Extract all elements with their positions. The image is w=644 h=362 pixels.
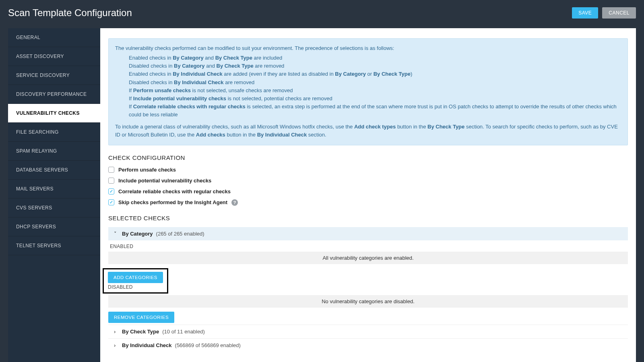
info-li: Enabled checks in By Category and By Che… xyxy=(129,54,621,62)
disabled-subheading: DISABLED xyxy=(108,284,163,290)
enabled-message: All vulnerability categories are enabled… xyxy=(108,252,628,264)
by-individual-check-count: (566869 of 566869 enabled) xyxy=(175,342,241,348)
skip-insight-label: Skip checks performed by the Insight Age… xyxy=(118,199,227,205)
by-category-name: By Category xyxy=(122,231,153,237)
info-li: If Include potential vulnerability check… xyxy=(129,95,621,103)
by-check-type-count: (10 of 11 enabled) xyxy=(162,329,205,335)
info-li: If Correlate reliable checks with regula… xyxy=(129,103,621,119)
sidebar-item-label: ASSET DISCOVERY xyxy=(16,54,64,59)
info-intro: The vulnerability checks performed can b… xyxy=(115,44,621,52)
sidebar-item-database-servers[interactable]: DATABASE SERVERS xyxy=(8,161,100,180)
by-check-type-header[interactable]: › By Check Type (10 of 11 enabled) xyxy=(108,325,628,338)
remove-categories-button[interactable]: REMOVE CATEGORIES xyxy=(108,312,174,323)
by-category-header[interactable]: ˅ By Category (265 of 265 enabled) xyxy=(108,227,628,240)
page-title: Scan Template Configuration xyxy=(8,7,132,19)
disabled-message: No vulnerability categories are disabled… xyxy=(108,295,628,308)
chevron-right-icon: › xyxy=(114,342,119,348)
sidebar-item-label: TELNET SERVERS xyxy=(16,243,61,248)
correlate-checks-checkbox[interactable] xyxy=(108,188,114,194)
chevron-right-icon: › xyxy=(114,329,119,335)
sidebar-item-label: CVS SERVERS xyxy=(16,205,52,211)
add-categories-button[interactable]: ADD CATEGORIES xyxy=(108,272,163,283)
unsafe-checks-checkbox[interactable] xyxy=(108,167,114,173)
info-box: The vulnerability checks performed can b… xyxy=(108,38,628,145)
add-categories-highlight: ADD CATEGORIES DISABLED xyxy=(103,268,168,294)
sidebar-item-label: SPAM RELAYING xyxy=(16,148,57,154)
sidebar-item-label: DISCOVERY PERFORMANCE xyxy=(16,91,87,97)
header-buttons: SAVE CANCEL xyxy=(572,7,636,19)
potential-checks-checkbox[interactable] xyxy=(108,178,114,184)
by-individual-check-name: By Individual Check xyxy=(122,342,172,348)
sidebar-item-dhcp-servers[interactable]: DHCP SERVERS xyxy=(8,217,100,236)
content-panel: The vulnerability checks performed can b… xyxy=(100,28,636,362)
sidebar-item-asset-discovery[interactable]: ASSET DISCOVERY xyxy=(8,47,100,66)
help-icon[interactable]: ? xyxy=(231,199,238,206)
sidebar-item-mail-servers[interactable]: MAIL SERVERS xyxy=(8,180,100,199)
sidebar-item-service-discovery[interactable]: SERVICE DISCOVERY xyxy=(8,66,100,85)
chevron-down-icon: ˅ xyxy=(114,231,119,237)
info-paragraph: To include a general class of vulnerabil… xyxy=(115,123,621,139)
correlate-checks-label: Correlate reliable checks with regular c… xyxy=(118,188,231,194)
check-configuration-heading: CHECK CONFIGURATION xyxy=(108,154,628,161)
info-li: If Perform unsafe checks is not selected… xyxy=(129,87,621,95)
sidebar-item-general[interactable]: GENERAL xyxy=(8,28,100,47)
info-li: Disabled checks in By Category and By Ch… xyxy=(129,62,621,70)
sidebar-item-label: GENERAL xyxy=(16,35,40,40)
by-individual-check-header[interactable]: › By Individual Check (566869 of 566869 … xyxy=(108,338,628,352)
skip-insight-checkbox[interactable] xyxy=(108,199,114,205)
by-check-type-name: By Check Type xyxy=(122,329,159,335)
sidebar-item-label: MAIL SERVERS xyxy=(16,186,54,192)
potential-checks-label: Include potential vulnerability checks xyxy=(118,178,211,184)
sidebar-item-label: FILE SEARCHING xyxy=(16,129,59,135)
cancel-button[interactable]: CANCEL xyxy=(602,7,636,19)
sidebar-item-cvs-servers[interactable]: CVS SERVERS xyxy=(8,199,100,217)
save-button[interactable]: SAVE xyxy=(572,7,598,19)
info-li: Disabled checks in By Individual Check a… xyxy=(129,79,621,87)
info-li: Enabled checks in By Individual Check ar… xyxy=(129,70,621,78)
sidebar-item-label: SERVICE DISCOVERY xyxy=(16,72,70,78)
sidebar-item-label: DATABASE SERVERS xyxy=(16,167,68,173)
selected-checks-heading: SELECTED CHECKS xyxy=(108,215,628,221)
by-category-count: (265 of 265 enabled) xyxy=(156,231,204,237)
header: Scan Template Configuration SAVE CANCEL xyxy=(0,0,644,28)
sidebar: GENERAL ASSET DISCOVERY SERVICE DISCOVER… xyxy=(8,28,100,362)
sidebar-item-label: DHCP SERVERS xyxy=(16,224,56,230)
sidebar-item-label: VULNERABILITY CHECKS xyxy=(16,110,80,116)
unsafe-checks-label: Perform unsafe checks xyxy=(118,167,176,173)
sidebar-item-telnet-servers[interactable]: TELNET SERVERS xyxy=(8,236,100,255)
sidebar-item-file-searching[interactable]: FILE SEARCHING xyxy=(8,123,100,142)
sidebar-item-spam-relaying[interactable]: SPAM RELAYING xyxy=(8,142,100,161)
enabled-subheading: ENABLED xyxy=(108,240,628,252)
sidebar-item-vulnerability-checks[interactable]: VULNERABILITY CHECKS xyxy=(8,104,100,123)
sidebar-item-discovery-performance[interactable]: DISCOVERY PERFORMANCE xyxy=(8,85,100,104)
